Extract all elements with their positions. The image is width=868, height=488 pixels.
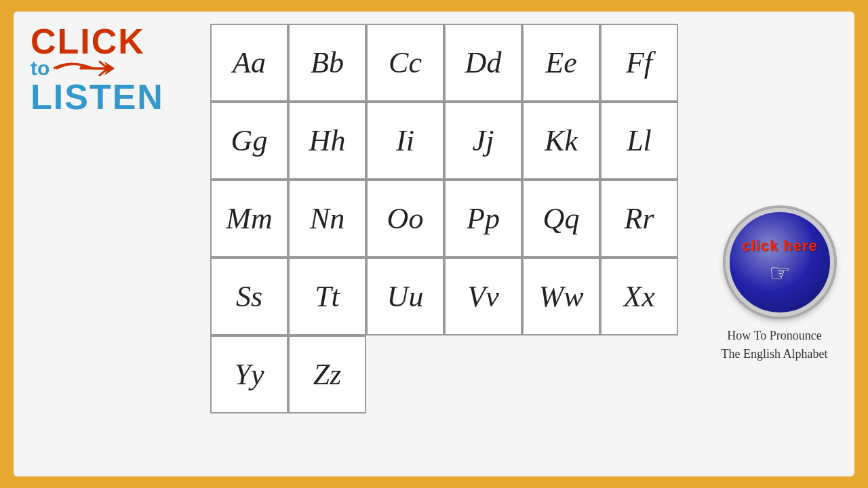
click-here-button[interactable]: click here ☞ <box>726 208 834 317</box>
letter-label: Dd <box>465 45 502 80</box>
letter-label: Ff <box>626 45 652 80</box>
letter-cell-ii[interactable]: Ii <box>366 102 444 180</box>
pronounce-description: How To Pronounce The English Alphabet <box>707 327 842 363</box>
letter-cell-zz[interactable]: Zz <box>288 336 366 413</box>
letter-cell-xx[interactable]: Xx <box>600 258 678 336</box>
letter-label: Ss <box>236 279 262 314</box>
svg-marker-1 <box>106 63 115 74</box>
letter-cell-cc[interactable]: Cc <box>366 24 444 102</box>
letter-label: Mm <box>226 201 272 236</box>
logo-to-text: to <box>31 57 50 80</box>
letter-cell-gg[interactable]: Gg <box>210 102 288 180</box>
letter-label: Qq <box>543 201 580 236</box>
letter-cell-kk[interactable]: Kk <box>522 102 600 180</box>
letter-cell-jj[interactable]: Jj <box>444 102 522 180</box>
letter-label: Kk <box>545 123 578 158</box>
letter-label: Tt <box>315 279 340 314</box>
letter-label: Aa <box>233 45 266 80</box>
letter-label: Xx <box>623 279 654 314</box>
logo-area: CLICK to LISTEN <box>31 24 214 132</box>
letter-label: Ee <box>545 45 576 80</box>
letter-cell-oo[interactable]: Oo <box>366 180 444 258</box>
letter-cell-ww[interactable]: Ww <box>522 258 600 336</box>
letter-cell-qq[interactable]: Qq <box>522 180 600 258</box>
letter-label: Zz <box>313 357 342 392</box>
letter-label: Hh <box>309 123 346 158</box>
letter-label: Pp <box>467 201 500 236</box>
cursor-icon: ☞ <box>769 259 791 287</box>
letter-label: Ii <box>396 123 414 158</box>
letter-label: Oo <box>387 201 424 236</box>
letter-cell-pp[interactable]: Pp <box>444 180 522 258</box>
letter-cell-ee[interactable]: Ee <box>522 24 600 102</box>
letter-label: Bb <box>311 45 344 80</box>
main-container: CLICK to LISTEN AaBbCcDdEeFfGgHhIiJjKkLl… <box>14 12 854 476</box>
letter-cell-uu[interactable]: Uu <box>366 258 444 336</box>
letter-cell-yy[interactable]: Yy <box>210 336 288 413</box>
letter-label: Yy <box>235 357 264 392</box>
letter-cell-tt[interactable]: Tt <box>288 258 366 336</box>
pronounce-line2: The English Alphabet <box>707 345 842 363</box>
letter-cell-bb[interactable]: Bb <box>288 24 366 102</box>
logo-click-text: CLICK <box>31 24 145 59</box>
letter-cell-nn[interactable]: Nn <box>288 180 366 258</box>
letter-label: Vv <box>467 279 498 314</box>
letter-label: Ll <box>627 123 652 158</box>
letter-label: Gg <box>231 123 268 158</box>
letter-cell-ff[interactable]: Ff <box>600 24 678 102</box>
letter-cell-dd[interactable]: Dd <box>444 24 522 102</box>
letter-label: Ww <box>539 279 584 314</box>
letter-label: Uu <box>387 279 424 314</box>
click-here-label: click here <box>742 237 818 255</box>
letter-cell-hh[interactable]: Hh <box>288 102 366 180</box>
letter-cell-rr[interactable]: Rr <box>600 180 678 258</box>
alphabet-grid: AaBbCcDdEeFfGgHhIiJjKkLlMmNnOoPpQqRrSsTt… <box>210 24 678 413</box>
logo-listen-text: LISTEN <box>31 79 164 115</box>
letter-label: Nn <box>310 201 344 236</box>
letter-label: Jj <box>473 123 494 158</box>
letter-cell-aa[interactable]: Aa <box>210 24 288 102</box>
letter-label: Cc <box>389 45 422 80</box>
letter-label: Rr <box>625 201 654 236</box>
pronounce-line1: How To Pronounce <box>707 327 842 345</box>
letter-cell-vv[interactable]: Vv <box>444 258 522 336</box>
letter-cell-ss[interactable]: Ss <box>210 258 288 336</box>
letter-cell-mm[interactable]: Mm <box>210 180 288 258</box>
letter-cell-ll[interactable]: Ll <box>600 102 678 180</box>
